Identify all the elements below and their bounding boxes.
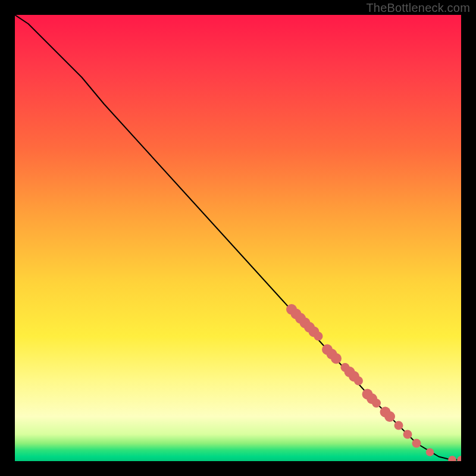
marker-point — [331, 353, 342, 364]
marker-point — [394, 421, 403, 430]
marker-point — [384, 411, 395, 422]
marker-point — [354, 377, 363, 386]
highlighted-markers — [286, 304, 461, 461]
marker-point — [372, 399, 381, 408]
marker-point — [412, 439, 421, 448]
plot-area — [15, 15, 461, 461]
marker-point — [457, 456, 461, 461]
bottleneck-curve — [15, 15, 461, 460]
marker-point — [426, 448, 434, 456]
marker-point — [448, 456, 456, 461]
chart-svg — [15, 15, 461, 461]
marker-point — [403, 430, 412, 439]
chart-frame: TheBottleneck.com — [0, 0, 476, 476]
marker-point — [314, 332, 323, 341]
watermark-text: TheBottleneck.com — [366, 1, 470, 15]
